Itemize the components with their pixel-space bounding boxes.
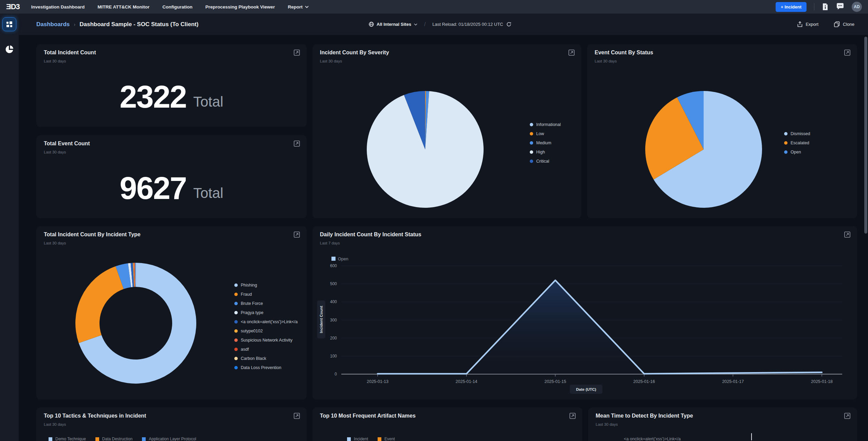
add-incident-label: + Incident — [781, 4, 801, 10]
status-legend: DismissedEscalatedOpen — [784, 129, 810, 157]
card-total-event-count: Total Event Count Last 30 days 9627 Tota… — [36, 135, 307, 218]
incident-type-donut-chart[interactable] — [65, 252, 207, 394]
daily-incident-line-chart[interactable]: 01002003004005006002025-01-132025-01-142… — [312, 226, 857, 400]
expand-icon[interactable] — [568, 50, 575, 56]
sidebar-item-reports-pie-icon[interactable] — [5, 45, 14, 54]
legend-item[interactable]: Pragya type — [234, 308, 297, 317]
nav-item-investigation-dashboard[interactable]: Investigation Dashboard — [31, 4, 85, 10]
incident-type-legend: PhishingFraudBrute ForcePragya type<a on… — [234, 280, 297, 372]
page-title: Dashboard Sample - SOC Status (To Client… — [79, 21, 198, 28]
card-daily-incident-count: Daily Incident Count By Incident Status … — [312, 226, 857, 400]
legend-label: Phishing — [241, 283, 257, 288]
legend-item[interactable]: Application Layer Protocol — [142, 437, 196, 441]
artifacts-legend: IncidentEvent — [347, 437, 404, 441]
breadcrumb: Dashboards › Dashboard Sample - SOC Stat… — [36, 14, 198, 35]
total-event-value: 9627 — [120, 172, 186, 204]
legend-label: Informational — [536, 122, 561, 127]
card-mean-time-to-detect: Mean Time to Detect By Incident Type Las… — [588, 407, 857, 441]
legend-item[interactable]: Low — [530, 129, 561, 138]
legend-item[interactable]: Incident — [347, 437, 368, 441]
export-button[interactable]: Export — [797, 21, 818, 27]
expand-icon[interactable] — [294, 413, 300, 419]
legend-item[interactable]: Carbon Black — [234, 354, 297, 363]
clone-button[interactable]: Clone — [834, 21, 854, 27]
legend-item[interactable]: <a onclick=alert('xss')>Link</a — [234, 317, 297, 326]
legend-item[interactable]: Suspicious Network Activity — [234, 335, 297, 345]
legend-label: Suspicious Network Activity — [241, 338, 292, 343]
legend-item[interactable]: Fraud — [234, 290, 297, 299]
legend-label[interactable]: Open — [338, 257, 348, 261]
card-total-incident-count: Total Incident Count Last 30 days 2322 T… — [36, 44, 307, 127]
legend-item[interactable]: Critical — [530, 157, 561, 166]
legend-label: Brute Force — [241, 301, 263, 306]
total-incident-value: 2322 — [120, 81, 186, 112]
legend-item[interactable]: Open — [784, 147, 810, 157]
legend-item[interactable]: Data Destruction — [95, 437, 132, 441]
card-title: Incident Count By Severity — [320, 50, 389, 56]
legend-dot — [234, 283, 238, 287]
legend-item[interactable]: Demo Technique — [49, 437, 86, 441]
legend-item[interactable]: Dismissed — [784, 129, 810, 138]
legend-dot — [234, 302, 238, 305]
legend-label: Data Loss Prevention — [241, 365, 282, 370]
refresh-icon[interactable] — [506, 22, 511, 27]
legend-item[interactable]: Informational — [530, 120, 561, 129]
legend-label: Escalated — [791, 141, 809, 145]
legend-dot — [530, 132, 533, 135]
expand-icon[interactable] — [294, 141, 300, 147]
severity-pie-chart[interactable] — [354, 78, 496, 221]
legend-swatch[interactable] — [331, 257, 336, 261]
legend-item[interactable]: Phishing — [234, 280, 297, 290]
legend-item[interactable]: sutype0102 — [234, 326, 297, 335]
card-title: Total Incident Count — [44, 50, 96, 56]
dashboard-header: Dashboards › Dashboard Sample - SOC Stat… — [0, 14, 868, 35]
expand-icon[interactable] — [294, 232, 300, 238]
legend-label: Carbon Black — [241, 356, 266, 361]
legend-item[interactable]: Escalated — [784, 138, 810, 147]
expand-icon[interactable] — [844, 50, 850, 56]
pie-slice-Fraud[interactable] — [75, 266, 124, 343]
status-pie-chart[interactable] — [632, 78, 775, 221]
tactics-legend-pager: ◀ 1/4 ▶ — [269, 436, 286, 441]
export-icon — [797, 21, 802, 27]
breadcrumb-dashboards-link[interactable]: Dashboards — [36, 21, 70, 28]
release-notes-icon[interactable] — [822, 3, 829, 11]
left-sidebar — [0, 14, 19, 441]
legend-dot — [234, 348, 238, 351]
card-subtitle: Last 30 days — [44, 59, 66, 63]
nav-item-mitre-attck-monitor[interactable]: MITRE ATT&CK Monitor — [97, 4, 149, 10]
legend-item[interactable]: High — [530, 147, 561, 157]
site-filter-dropdown[interactable]: All Internal Sites — [369, 22, 417, 27]
vertical-scrollbar-thumb[interactable] — [864, 37, 867, 234]
expand-icon[interactable] — [294, 50, 300, 56]
tactics-legend: Demo TechniqueData DestructionApplicatio… — [49, 437, 206, 441]
legend-item[interactable]: Brute Force — [234, 299, 297, 308]
legend-item[interactable]: Data Loss Prevention — [234, 363, 297, 372]
card-subtitle: Last 30 days — [44, 241, 66, 245]
legend-swatch — [378, 437, 381, 441]
nav-item-report[interactable]: Report — [288, 4, 309, 10]
nav-item-configuration[interactable]: Configuration — [162, 4, 192, 10]
card-event-count-by-status: Event Count By Status Last 30 days Dismi… — [587, 44, 857, 218]
legend-label: Medium — [536, 141, 551, 145]
legend-item[interactable]: Event — [378, 437, 395, 441]
card-title: Total Event Count — [44, 141, 90, 147]
legend-item[interactable]: Medium — [530, 138, 561, 147]
user-avatar[interactable]: AD — [852, 2, 862, 12]
expand-icon[interactable] — [569, 413, 576, 419]
legend-label: asdf — [241, 347, 249, 352]
clone-label: Clone — [843, 22, 854, 27]
legend-dot — [784, 132, 788, 135]
legend-swatch — [142, 437, 146, 441]
card-top-artifact-names: Top 10 Most Frequent Artifact Names Inci… — [312, 407, 582, 441]
kpi-value-group: 2322 Total — [36, 67, 307, 127]
nav-item-preprocessing-playbook-viewer[interactable]: Preprocessing Playbook Viewer — [205, 4, 275, 10]
legend-dot — [234, 311, 238, 314]
sidebar-item-dashboards-active[interactable] — [2, 17, 16, 31]
expand-icon[interactable] — [844, 413, 850, 419]
add-incident-button[interactable]: + Incident — [776, 2, 807, 12]
legend-item[interactable]: asdf — [234, 345, 297, 354]
x-axis-tick-label: 2025-01-16 — [633, 379, 655, 384]
legend-dot — [234, 320, 238, 324]
chat-icon[interactable] — [836, 3, 844, 11]
